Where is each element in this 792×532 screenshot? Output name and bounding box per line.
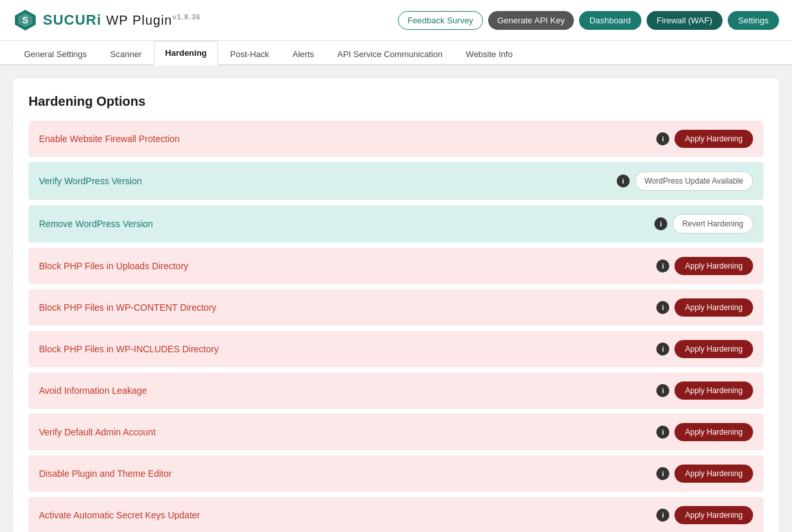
- info-icon-block-php-wp-content[interactable]: i: [656, 301, 669, 314]
- apply-hardening-block-php-wp-content[interactable]: Apply Hardening: [674, 298, 753, 317]
- row-actions-block-php-wp-content: i Apply Hardening: [656, 298, 753, 317]
- row-label-enable-firewall: Enable Website Firewall Protection: [39, 134, 180, 144]
- info-icon-remove-wp-version[interactable]: i: [654, 217, 667, 230]
- sucuri-logo-icon: S: [13, 8, 38, 32]
- info-icon-activate-secret-keys[interactable]: i: [656, 509, 669, 522]
- apply-hardening-block-php-wp-includes[interactable]: Apply Hardening: [674, 340, 753, 358]
- row-actions-disable-plugin-editor: i Apply Hardening: [656, 465, 753, 483]
- page-title: Hardening Options: [29, 94, 763, 109]
- apply-hardening-activate-secret-keys[interactable]: Apply Hardening: [674, 506, 753, 524]
- tab-scanner[interactable]: Scanner: [99, 42, 153, 66]
- svg-text:S: S: [22, 15, 28, 25]
- tab-alerts[interactable]: Alerts: [282, 42, 325, 66]
- tab-general-settings[interactable]: General Settings: [13, 42, 98, 66]
- revert-hardening-button[interactable]: Revert Hardening: [673, 214, 753, 234]
- hardening-card: Hardening Options Enable Website Firewal…: [13, 79, 779, 532]
- info-icon-block-php-uploads[interactable]: i: [656, 260, 669, 272]
- info-icon-avoid-info-leakage[interactable]: i: [656, 384, 669, 397]
- row-block-php-wp-content: Block PHP Files in WP-CONTENT Directory …: [29, 289, 763, 326]
- apply-hardening-enable-firewall[interactable]: Apply Hardening: [674, 130, 753, 148]
- main-content: Hardening Options Enable Website Firewal…: [0, 66, 792, 532]
- info-icon-block-php-wp-includes[interactable]: i: [656, 343, 669, 356]
- dashboard-button[interactable]: Dashboard: [579, 11, 641, 30]
- row-activate-secret-keys: Activate Automatic Secret Keys Updater i…: [29, 497, 763, 532]
- row-block-php-uploads: Block PHP Files in Uploads Directory i A…: [29, 248, 763, 284]
- row-block-php-wp-includes: Block PHP Files in WP-INCLUDES Directory…: [29, 331, 763, 367]
- row-actions-remove-wp-version: i Revert Hardening: [654, 214, 753, 234]
- apply-hardening-avoid-info-leakage[interactable]: Apply Hardening: [674, 381, 753, 400]
- generate-api-key-button[interactable]: Generate API Key: [488, 11, 574, 30]
- tab-website-info[interactable]: Website Info: [455, 42, 524, 66]
- row-verify-wp-version: Verify WordPress Version i WordPress Upd…: [29, 162, 763, 200]
- apply-hardening-verify-admin-account[interactable]: Apply Hardening: [674, 423, 753, 441]
- header-buttons: Feedback Survey Generate API Key Dashboa…: [398, 11, 779, 30]
- tab-hardening[interactable]: Hardening: [154, 41, 217, 66]
- row-label-block-php-wp-includes: Block PHP Files in WP-INCLUDES Directory: [39, 344, 219, 354]
- row-actions-block-php-uploads: i Apply Hardening: [656, 257, 753, 275]
- row-label-activate-secret-keys: Activate Automatic Secret Keys Updater: [39, 510, 200, 520]
- apply-hardening-block-php-uploads[interactable]: Apply Hardening: [674, 257, 753, 275]
- row-label-disable-plugin-editor: Disable Plugin and Theme Editor: [39, 468, 171, 479]
- row-actions-avoid-info-leakage: i Apply Hardening: [656, 381, 753, 400]
- info-icon-disable-plugin-editor[interactable]: i: [656, 467, 669, 480]
- tabs-bar: General Settings Scanner Hardening Post-…: [0, 41, 792, 66]
- wp-update-button[interactable]: WordPress Update Available: [635, 171, 753, 191]
- logo-brand: SUCURi: [43, 12, 101, 28]
- row-actions-verify-admin-account: i Apply Hardening: [656, 423, 753, 441]
- logo-product: WP Plugin: [106, 13, 172, 27]
- header: S SUCURi WP Pluginv1.8.36 Feedback Surve…: [0, 0, 792, 41]
- tab-post-hack[interactable]: Post-Hack: [219, 42, 280, 66]
- firewall-waf-button[interactable]: Firewall (WAF): [647, 11, 723, 30]
- row-label-block-php-wp-content: Block PHP Files in WP-CONTENT Directory: [39, 302, 216, 313]
- row-label-remove-wp-version: Remove WordPress Version: [39, 219, 153, 229]
- info-icon-verify-wp-version[interactable]: i: [617, 175, 630, 187]
- settings-button[interactable]: Settings: [728, 11, 779, 30]
- row-actions-block-php-wp-includes: i Apply Hardening: [656, 340, 753, 358]
- row-verify-admin-account: Verify Default Admin Account i Apply Har…: [29, 414, 763, 450]
- row-actions-enable-firewall: i Apply Hardening: [656, 130, 753, 148]
- row-disable-plugin-editor: Disable Plugin and Theme Editor i Apply …: [29, 455, 763, 492]
- row-remove-wp-version: Remove WordPress Version i Revert Harden…: [29, 205, 763, 243]
- version-label: v1.8.36: [172, 13, 201, 21]
- row-avoid-info-leakage: Avoid Information Leakage i Apply Harden…: [29, 372, 763, 409]
- row-label-verify-admin-account: Verify Default Admin Account: [39, 427, 156, 437]
- feedback-survey-button[interactable]: Feedback Survey: [398, 11, 483, 30]
- row-actions-verify-wp-version: i WordPress Update Available: [617, 171, 753, 191]
- row-label-block-php-uploads: Block PHP Files in Uploads Directory: [39, 261, 188, 271]
- logo-area: S SUCURi WP Pluginv1.8.36: [13, 8, 201, 32]
- info-icon-enable-firewall[interactable]: i: [656, 132, 669, 145]
- logo-text: SUCURi WP Pluginv1.8.36: [43, 12, 201, 29]
- row-label-verify-wp-version: Verify WordPress Version: [39, 176, 142, 186]
- row-enable-firewall: Enable Website Firewall Protection i App…: [29, 121, 763, 157]
- tab-api-service[interactable]: API Service Communication: [327, 42, 454, 66]
- info-icon-verify-admin-account[interactable]: i: [656, 426, 669, 439]
- row-actions-activate-secret-keys: i Apply Hardening: [656, 506, 753, 524]
- apply-hardening-disable-plugin-editor[interactable]: Apply Hardening: [674, 465, 753, 483]
- row-label-avoid-info-leakage: Avoid Information Leakage: [39, 385, 147, 396]
